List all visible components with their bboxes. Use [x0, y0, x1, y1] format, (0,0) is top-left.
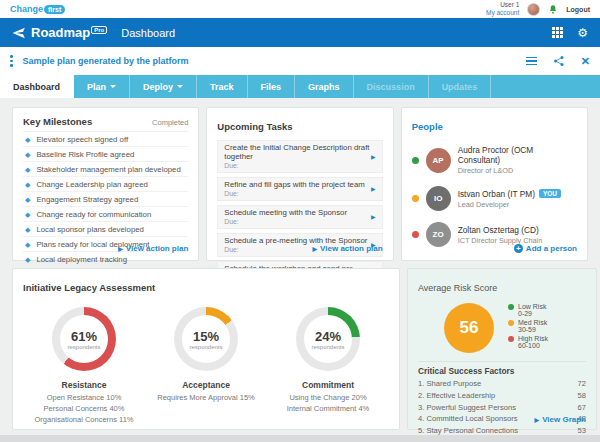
- tasks-title: Upcoming Tasks: [217, 121, 292, 132]
- milestone-item[interactable]: ◆Elevator speech signed off: [23, 132, 188, 147]
- person-name: Audra Proctor (OCM Consultant): [458, 145, 577, 165]
- milestone-diamond-icon: ◆: [25, 151, 30, 158]
- tab-graphs[interactable]: Graphs: [295, 75, 354, 98]
- avatar: ZO: [426, 222, 451, 247]
- tab-deploy[interactable]: Deploy: [130, 75, 197, 98]
- risk-score-card: Average Risk Score 56 Low Risk0-29 Med R…: [407, 268, 597, 430]
- play-icon: ▶: [118, 245, 123, 252]
- plan-title: Sample plan generated by the platform: [23, 56, 189, 66]
- assessment-title: Initiative Legacy Assessment: [23, 282, 155, 293]
- menu-icon[interactable]: [526, 57, 537, 66]
- play-icon: ▶: [312, 245, 317, 252]
- commitment-donut-chart: 24% respondents: [296, 307, 360, 371]
- milestone-item[interactable]: ◆Change ready for communication: [23, 207, 188, 222]
- milestone-diamond-icon: ◆: [25, 241, 30, 248]
- milestone-item[interactable]: ◆Local deployment tracking: [23, 252, 188, 267]
- milestone-diamond-icon: ◆: [25, 166, 30, 173]
- roadmap-plane-icon: [12, 26, 26, 40]
- resistance-donut-group: 61% respondents Resistance Open Resistan…: [23, 307, 145, 426]
- plus-circle-icon: +: [514, 244, 523, 253]
- tab-plan[interactable]: Plan: [74, 75, 130, 98]
- logout-button[interactable]: Logout: [566, 6, 590, 13]
- app-bar: RoadmapPro Dashboard ⚙: [0, 18, 600, 47]
- status-dot: [412, 195, 419, 202]
- commitment-donut-group: 24% respondents Commitment Using the Cha…: [267, 307, 389, 426]
- person-name: Istvan Orban (IT PM): [458, 189, 535, 199]
- resistance-donut-chart: 61% respondents: [52, 307, 116, 371]
- milestone-item[interactable]: ◆Stakeholder management plan developed: [23, 162, 188, 177]
- person-role: Lead Developer: [458, 200, 561, 209]
- logo-bubble: first: [44, 5, 65, 14]
- settings-gear-icon[interactable]: ⚙: [577, 27, 588, 39]
- high-risk-dot: [508, 336, 514, 342]
- acceptance-donut-chart: 15% respondents: [174, 307, 238, 371]
- milestone-diamond-icon: ◆: [25, 256, 30, 263]
- person-row[interactable]: AP Audra Proctor (OCM Consultant) Direct…: [412, 145, 577, 175]
- logo-text: Change: [10, 4, 43, 14]
- tab-files[interactable]: Files: [248, 75, 296, 98]
- milestone-item[interactable]: ◆Change Leadership plan agreed: [23, 177, 188, 192]
- drag-handle-icon[interactable]: [10, 55, 13, 67]
- user-meta: User 1 My account: [486, 1, 519, 17]
- view-graph-link[interactable]: ▶View Graph: [535, 415, 587, 424]
- view-action-plan-link[interactable]: ▶View action plan: [312, 244, 382, 253]
- donut-label: Commitment: [267, 380, 389, 390]
- user-name: User 1: [486, 1, 519, 9]
- milestone-diamond-icon: ◆: [25, 196, 30, 203]
- milestone-item[interactable]: ◆Baseline Risk Profile agreed: [23, 147, 188, 162]
- donut-label: Acceptance: [145, 380, 267, 390]
- tab-updates[interactable]: Updates: [429, 75, 492, 98]
- dashboard-page: Changefirst User 1 My account Logout Roa…: [0, 0, 600, 442]
- changefirst-logo[interactable]: Changefirst: [10, 4, 65, 14]
- tab-discussion[interactable]: Discussion: [354, 75, 429, 98]
- critical-success-factors: Critical Success Factors 1. Shared Purpo…: [418, 361, 586, 442]
- task-item[interactable]: Refine and fill gaps with the project te…: [217, 177, 382, 201]
- avatar: IO: [426, 186, 451, 211]
- user-avatar[interactable]: [527, 3, 540, 16]
- person-name: Zoltan Osztertag (CD): [458, 225, 539, 235]
- tab-dashboard[interactable]: Dashboard: [0, 75, 74, 98]
- people-card: People AP Audra Proctor (OCM Consultant)…: [401, 107, 588, 261]
- task-arrow-icon: ▶: [371, 153, 376, 160]
- milestone-diamond-icon: ◆: [25, 181, 30, 188]
- risk-title: Average Risk Score: [418, 283, 497, 293]
- task-item[interactable]: Create the Initial Change Description dr…: [217, 140, 382, 173]
- status-dot: [412, 157, 419, 164]
- tab-bar: Dashboard Plan Deploy Track Files Graphs…: [0, 75, 600, 98]
- add-person-link[interactable]: +Add a person: [514, 244, 577, 253]
- tab-track[interactable]: Track: [197, 75, 248, 98]
- acceptance-donut-group: 15% respondents Acceptance Requires More…: [145, 307, 267, 426]
- person-row[interactable]: IO Istvan Orban (IT PM)YOU Lead Develope…: [412, 186, 577, 211]
- view-action-plan-link[interactable]: ▶View action plan: [118, 244, 188, 253]
- milestone-item[interactable]: ◆Engagement Strategy agreed: [23, 192, 188, 207]
- share-icon[interactable]: [553, 55, 565, 67]
- key-milestones-card: Key Milestones Completed ◆Elevator speec…: [12, 107, 199, 261]
- brand-name: RoadmapPro: [31, 25, 107, 40]
- close-icon[interactable]: ✕: [581, 55, 590, 68]
- footer-strip: [0, 435, 600, 442]
- plan-toolbar: Sample plan generated by the platform ✕: [0, 47, 600, 75]
- people-title: People: [412, 121, 443, 132]
- legacy-assessment-card: Initiative Legacy Assessment 61% respond…: [12, 268, 400, 430]
- avatar: AP: [426, 148, 451, 173]
- play-icon: ▶: [535, 416, 540, 423]
- status-dot: [412, 231, 419, 238]
- risk-score-gauge: 56: [444, 303, 494, 353]
- low-risk-dot: [508, 304, 514, 310]
- chevron-down-icon: [110, 85, 116, 91]
- task-item[interactable]: Schedule meeting with the SponsorDue: ▶: [217, 205, 382, 229]
- milestone-diamond-icon: ◆: [25, 226, 30, 233]
- milestones-title: Key Milestones: [23, 116, 92, 127]
- person-role: Director of L&OD: [458, 166, 577, 175]
- milestone-item[interactable]: ◆Local sponsor plans developed: [23, 222, 188, 237]
- apps-grid-icon[interactable]: [552, 27, 563, 38]
- you-badge: YOU: [539, 189, 561, 198]
- donut-label: Resistance: [23, 380, 145, 390]
- task-arrow-icon: ▶: [371, 185, 376, 192]
- notification-bell-icon[interactable]: [548, 4, 558, 15]
- milestone-diamond-icon: ◆: [25, 211, 30, 218]
- med-risk-dot: [508, 320, 514, 326]
- csf-title: Critical Success Factors: [418, 366, 586, 376]
- my-account-link[interactable]: My account: [486, 9, 519, 17]
- risk-legend: Low Risk0-29 Med Risk30-59 High Risk60-1…: [508, 303, 548, 353]
